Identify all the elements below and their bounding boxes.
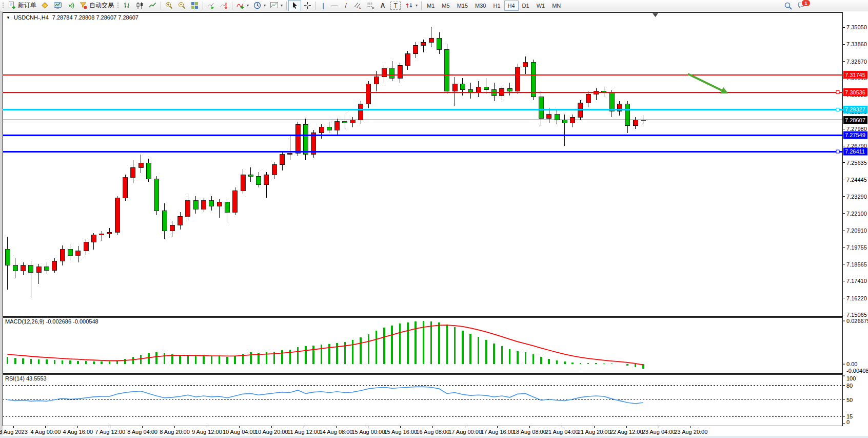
horizontal-line-icon: — <box>331 2 338 9</box>
svg-text:7.27549: 7.27549 <box>845 132 865 138</box>
svg-text:0.026679: 0.026679 <box>846 318 868 324</box>
zoom-out-button[interactable] <box>175 0 188 11</box>
line-handle[interactable] <box>836 108 839 111</box>
chart-title: ▼ USDCNH-,H4 7.28784 7.28808 7.28607 7.2… <box>6 14 139 21</box>
notification-badge: 1 <box>801 0 811 7</box>
arrows-shapes-icon <box>405 1 413 10</box>
signals-button[interactable] <box>64 0 77 11</box>
chat-button[interactable]: 1 <box>797 1 806 11</box>
tab-h4[interactable]: H4 <box>504 1 519 11</box>
svg-text:7.17410: 7.17410 <box>846 278 867 284</box>
text-button[interactable]: A <box>377 0 388 11</box>
clock-icon <box>253 1 262 10</box>
svg-text:7.23290: 7.23290 <box>846 194 867 200</box>
svg-text:21 Aug 04:00: 21 Aug 04:00 <box>545 429 579 435</box>
text-label-button[interactable]: T <box>388 0 403 11</box>
tab-w1[interactable]: W1 <box>533 1 549 11</box>
periods-button[interactable]: ▾ <box>251 0 268 11</box>
vertical-line-icon: | <box>320 2 327 9</box>
toolbar-separator <box>161 2 161 10</box>
autotrading-label: 自动交易 <box>89 1 114 10</box>
svg-text:10 Aug 20:00: 10 Aug 20:00 <box>255 429 288 435</box>
candlestick-chart-icon <box>135 1 144 10</box>
auto-scroll-button[interactable] <box>205 0 218 11</box>
cursor-button[interactable] <box>288 0 301 11</box>
signal-icon <box>66 1 75 10</box>
template-icon <box>270 1 279 10</box>
svg-text:7.22100: 7.22100 <box>846 211 867 217</box>
chevron-down-icon: ▾ <box>247 3 249 8</box>
search-icon[interactable] <box>784 2 793 10</box>
svg-text:17 Aug 00:00: 17 Aug 00:00 <box>448 429 482 435</box>
svg-text:80: 80 <box>846 383 853 389</box>
toolbar-grip[interactable] <box>117 2 120 9</box>
svg-text:22 Aug 12:00: 22 Aug 12:00 <box>610 429 643 435</box>
tab-d1[interactable]: D1 <box>519 1 533 11</box>
trendline-button[interactable]: / <box>340 0 351 11</box>
tab-m15[interactable]: M15 <box>453 1 471 11</box>
rsi-indicator-label: RSI(14) 43.5553 <box>5 375 47 382</box>
svg-text:F: F <box>372 7 374 10</box>
toolbar-grip[interactable] <box>2 2 5 9</box>
svg-text:15 Aug 00:00: 15 Aug 00:00 <box>351 429 385 435</box>
application-window: 7.350507.338607.326707.315157.303257.291… <box>0 0 868 438</box>
vertical-line-button[interactable]: | <box>318 0 329 11</box>
new-order-button[interactable]: 新订单 <box>6 0 38 11</box>
svg-text:9 Aug 12:00: 9 Aug 12:00 <box>192 429 222 435</box>
candlestick-chart-button[interactable] <box>133 0 146 11</box>
svg-text:7.27980: 7.27980 <box>846 126 867 132</box>
line-handle[interactable] <box>836 150 839 153</box>
quote-values: 7.28784 7.28808 7.28607 7.28607 <box>52 14 139 21</box>
svg-text:7.15065: 7.15065 <box>846 312 867 318</box>
svg-text:7 Aug 12:00: 7 Aug 12:00 <box>95 429 125 435</box>
svg-text:0: 0 <box>846 419 850 425</box>
main-toolbar: 新订单 自动交易 <box>0 0 868 11</box>
tile-windows-icon <box>190 1 199 10</box>
shapes-button[interactable]: ▾ <box>403 0 420 11</box>
market-depth-button[interactable] <box>38 0 51 11</box>
line-handle[interactable] <box>836 91 839 94</box>
toolbar-separator <box>421 2 422 10</box>
cursor-icon <box>290 1 299 10</box>
tab-m30[interactable]: M30 <box>471 1 489 11</box>
crosshair-button[interactable] <box>301 0 314 11</box>
svg-text:15 Aug 16:00: 15 Aug 16:00 <box>384 429 417 435</box>
tile-windows-button[interactable] <box>188 0 201 11</box>
fibonacci-button[interactable]: F <box>364 0 377 11</box>
tab-m1[interactable]: M1 <box>423 1 438 11</box>
svg-text:7.32670: 7.32670 <box>846 59 867 65</box>
terminal-button[interactable] <box>51 0 64 11</box>
timeframe-toolbar: M1M5M15M30H1H4D1W1MN <box>423 1 564 11</box>
tab-h1[interactable]: H1 <box>489 1 504 11</box>
tab-mn[interactable]: MN <box>548 1 564 11</box>
fibonacci-icon: F <box>366 1 375 10</box>
text-label-icon: T <box>390 2 401 10</box>
autotrading-button[interactable]: 自动交易 <box>77 0 116 11</box>
svg-text:100: 100 <box>846 375 856 382</box>
bar-chart-button[interactable] <box>121 0 133 11</box>
chevron-down-icon: ▾ <box>281 3 283 8</box>
channel-button[interactable]: E <box>351 0 364 11</box>
svg-text:7.28607: 7.28607 <box>845 117 865 123</box>
chevron-down-icon: ▾ <box>264 3 266 8</box>
svg-text:7.16220: 7.16220 <box>846 295 867 301</box>
collapse-icon[interactable]: ▼ <box>6 15 10 20</box>
svg-text:23 Aug 04:00: 23 Aug 04:00 <box>642 429 676 435</box>
svg-text:7.20910: 7.20910 <box>846 227 867 234</box>
horizontal-line-button[interactable]: — <box>329 0 340 11</box>
chart-shift-button[interactable] <box>218 0 230 11</box>
indicators-button[interactable]: ▾ <box>234 0 251 11</box>
svg-text:7.35050: 7.35050 <box>846 24 867 30</box>
zoom-in-button[interactable] <box>163 0 175 11</box>
svg-text:3 Aug 2023: 3 Aug 2023 <box>0 429 28 435</box>
indicators-icon <box>236 1 245 10</box>
tab-m5[interactable]: M5 <box>438 1 453 11</box>
chart-canvas[interactable]: 7.350507.338607.326707.315157.303257.291… <box>0 0 868 438</box>
svg-text:17 Aug 16:00: 17 Aug 16:00 <box>481 429 514 435</box>
svg-text:11 Aug 12:00: 11 Aug 12:00 <box>287 429 320 435</box>
toolbar-separator <box>286 2 287 10</box>
line-chart-button[interactable] <box>146 0 159 11</box>
trendline-icon: / <box>342 2 349 9</box>
templates-button[interactable]: ▾ <box>268 0 285 11</box>
svg-text:7.24445: 7.24445 <box>846 177 867 183</box>
